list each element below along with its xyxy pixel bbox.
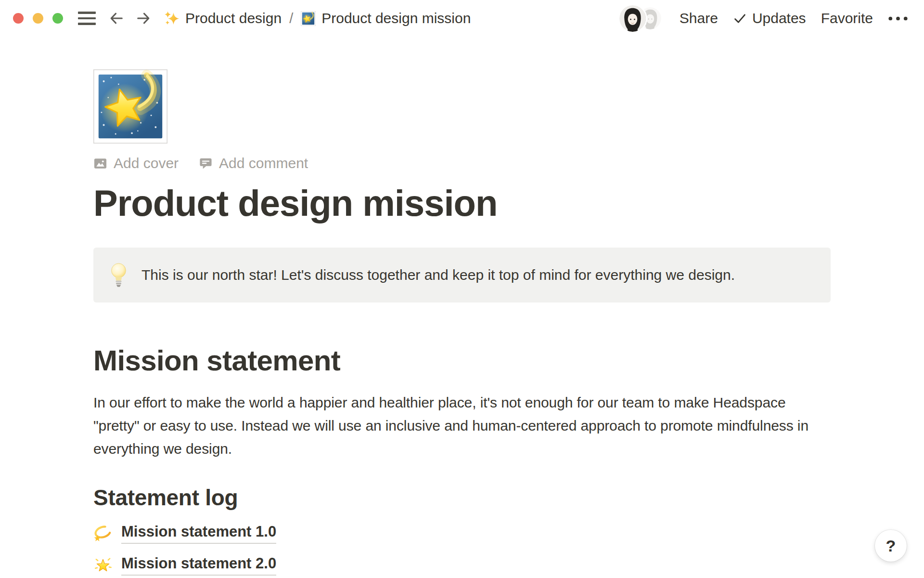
page-link-mission-statement-1[interactable]: Mission statement 1.0 — [93, 522, 276, 544]
check-icon — [733, 12, 747, 26]
minimize-button[interactable] — [33, 13, 43, 24]
back-button[interactable] — [108, 10, 125, 27]
updates-label: Updates — [752, 10, 806, 26]
mission-paragraph: In our effort to make the world a happie… — [93, 391, 831, 460]
page-title: Product design mission — [93, 184, 831, 223]
add-comment-label: Add comment — [219, 155, 308, 171]
breadcrumb-label: Product design mission — [321, 10, 471, 26]
glowing-star-icon — [93, 555, 113, 575]
breadcrumb: Product design / Product design mission — [164, 10, 471, 26]
more-options-button[interactable] — [888, 16, 908, 21]
page-link-label[interactable]: Mission statement 2.0 — [121, 555, 276, 576]
help-button[interactable]: ? — [875, 530, 907, 562]
callout-text: This is our north star! Let's discuss to… — [141, 267, 735, 283]
collaborator-avatars[interactable] — [619, 5, 661, 32]
add-comment-button[interactable]: Add comment — [199, 155, 308, 171]
breadcrumb-item-product-design[interactable]: Product design — [164, 10, 282, 26]
page-icon-shooting-star[interactable] — [93, 69, 167, 144]
sidebar-toggle-button[interactable] — [78, 12, 96, 25]
ellipsis-icon — [888, 16, 908, 21]
breadcrumb-separator: / — [288, 11, 294, 26]
history-nav — [108, 10, 152, 27]
updates-button[interactable]: Updates — [733, 10, 806, 26]
maximize-button[interactable] — [52, 13, 63, 24]
page-link-mission-statement-2[interactable]: Mission statement 2.0 — [93, 554, 276, 576]
add-cover-label: Add cover — [114, 155, 179, 171]
breadcrumb-item-current-page[interactable]: Product design mission — [301, 10, 471, 26]
callout-block: This is our north star! Let's discuss to… — [93, 248, 831, 302]
topbar-actions: Share Updates Favorite — [619, 5, 908, 32]
share-button[interactable]: Share — [680, 10, 718, 26]
forward-button[interactable] — [135, 10, 152, 27]
comment-icon — [199, 157, 213, 171]
page-link-label[interactable]: Mission statement 1.0 — [121, 523, 276, 544]
dizzy-star-icon — [93, 524, 113, 543]
breadcrumb-label: Product design — [185, 10, 282, 26]
add-cover-button[interactable]: Add cover — [93, 155, 179, 171]
back-arrow-icon — [108, 10, 125, 26]
shooting-star-thumbnail-icon — [301, 11, 316, 26]
hamburger-icon — [78, 12, 96, 14]
statement-log-heading: Statement log — [93, 486, 831, 510]
page-meta-actions: Add cover Add comment — [93, 155, 831, 171]
window-controls — [13, 13, 63, 24]
mission-statement-heading: Mission statement — [93, 345, 831, 377]
window-titlebar: Product design / Product design mission — [0, 0, 924, 37]
page-content: Add cover Add comment Product design mis… — [93, 37, 831, 576]
light-bulb-icon — [110, 263, 128, 288]
member-avatar-1[interactable] — [619, 5, 646, 32]
image-icon — [93, 157, 107, 171]
sparkles-icon — [164, 11, 180, 26]
close-button[interactable] — [13, 13, 24, 24]
favorite-button[interactable]: Favorite — [821, 10, 873, 26]
forward-arrow-icon — [135, 10, 152, 26]
question-mark-label: ? — [886, 537, 896, 555]
